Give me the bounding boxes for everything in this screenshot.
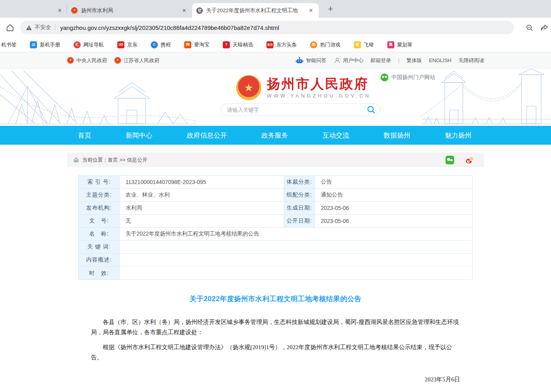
browser-tab-bar: ✕ 扬州市水利局 ✕ 关于2022年度扬州市水利工程文明工地 ✕ +	[0, 0, 551, 18]
bookmark-label: 网址导航	[83, 41, 104, 48]
user-icon	[334, 57, 341, 64]
meta-value-publisher: 水利局	[120, 202, 284, 215]
bookmark-favicon: C	[151, 41, 158, 48]
english-link[interactable]: ENGLISH	[429, 57, 451, 63]
browser-window: ✕ 扬州市水利局 ✕ 关于2022年度扬州市水利工程文明工地 ✕ + 不安全 y…	[0, 0, 551, 392]
link-jiangsu-government[interactable]: 江苏省人民政府	[114, 57, 159, 64]
address-bar: 不安全 yangzhou.gov.cn/yzszxxgk/slj/202305/…	[0, 18, 551, 37]
bookmark-label: 携程	[161, 41, 171, 48]
bookmark-item[interactable]: T 天猫精选	[223, 41, 253, 48]
bookmark-favicon: T	[223, 41, 230, 48]
close-icon[interactable]: ✕	[307, 7, 315, 15]
bookmark-item[interactable]: ▤ 新机手册	[30, 41, 60, 48]
bookmark-item[interactable]: 汇 网址导航	[74, 41, 104, 48]
meta-label: 关 键 词:	[79, 241, 120, 254]
bookmark-item[interactable]: 热 热门游戏	[310, 41, 340, 48]
link-central-government[interactable]: 中央人民政府	[67, 57, 107, 64]
gov-link-label: 中央人民政府	[76, 57, 107, 64]
robot-icon	[295, 56, 304, 65]
nav-item-data[interactable]: 数据扬州	[384, 131, 410, 140]
browser-tab-shuiliju[interactable]: 扬州市水利局 ✕	[67, 3, 192, 18]
meta-label: 主题分类:	[79, 189, 120, 202]
search-icon[interactable]	[366, 105, 376, 114]
bookmark-item[interactable]: 机书签	[1, 41, 17, 48]
smart-qa-label: 智能问答	[306, 57, 327, 64]
site-search	[220, 103, 380, 116]
url-divider	[55, 24, 55, 31]
wechat-share-icon[interactable]	[446, 156, 454, 164]
smart-qa-link[interactable]: 智能问答	[295, 56, 327, 65]
meta-label: 生成日期:	[284, 202, 315, 215]
accessibility-link[interactable]: 无障碍阅读	[459, 57, 484, 64]
bookmark-favicon: 聚	[387, 41, 394, 48]
bookmark-item[interactable]: C 携程	[151, 41, 171, 48]
security-label[interactable]: 不安全	[35, 24, 51, 31]
mail-login-link[interactable]: 邮箱登录	[371, 57, 391, 64]
site-name: 扬州市人民政府	[267, 77, 371, 91]
bookmark-favicon: 汇	[74, 41, 81, 48]
bookmark-item[interactable]: 聚 聚划算	[387, 41, 412, 48]
bookmark-item[interactable]: JD 京东	[117, 41, 137, 48]
url-field[interactable]: 不安全 yangzhou.gov.cn/yzszxxgk/slj/202305/…	[20, 21, 514, 34]
bookmark-label: 机书签	[1, 41, 17, 48]
tab-title: 扬州市水利局	[81, 7, 177, 14]
site-logo[interactable]: 扬州市人民政府 WWW.YANGZHOU.GOV.CN	[236, 75, 371, 100]
bookmark-favicon: 猪	[354, 41, 361, 48]
url-text[interactable]: yangzhou.gov.cn/yzszxxgk/slj/202305/210c…	[60, 24, 279, 31]
meta-value-created-date: 2023-05-06	[315, 202, 472, 215]
header-artwork-right	[421, 69, 551, 126]
meta-value-summary	[120, 254, 472, 267]
bookmark-favicon: 东方	[266, 41, 274, 48]
meta-label: 发布机构:	[79, 202, 120, 215]
home-icon[interactable]	[6, 23, 15, 32]
meta-value-keywords	[120, 241, 472, 254]
share-icon[interactable]	[540, 23, 549, 32]
search-input[interactable]	[227, 107, 366, 113]
nav-item-interaction[interactable]: 互动交流	[322, 131, 349, 140]
meta-value-validity	[120, 267, 472, 280]
breadcrumb-location[interactable]: 当前位置：首页 >> 信息公开	[82, 156, 147, 164]
header-artwork-left	[0, 71, 197, 126]
close-icon[interactable]: ✕	[180, 7, 188, 15]
bookmark-label: 东方头条	[276, 41, 297, 48]
article-body: 各县（市、区）水利（务）局，扬州经济开发区城乡事务管理局，生态科技新城规划建设局…	[78, 317, 473, 392]
weibo-share-icon[interactable]	[464, 155, 474, 165]
user-center-link[interactable]: 用户中心	[334, 57, 364, 64]
gov-emblem-icon	[67, 57, 74, 64]
bookmark-item[interactable]: 淘 爱淘宝	[184, 41, 209, 48]
article-date: 2023年5月6日	[91, 374, 460, 385]
meta-value-group: 通知公告	[315, 189, 472, 202]
meta-label: 内容概述:	[79, 254, 120, 267]
bookmark-favicon: 热	[310, 41, 317, 48]
nav-item-charm[interactable]: 魅力扬州	[445, 131, 471, 140]
meta-label: 时 效:	[79, 267, 120, 280]
bookmark-label: 京东	[127, 41, 137, 48]
nav-item-services[interactable]: 政务服务	[261, 131, 288, 140]
portal-link[interactable]: 中国扬州门户网站	[381, 74, 435, 81]
browser-tab-partial[interactable]: ✕	[0, 3, 66, 18]
site-url: WWW.YANGZHOU.GOV.CN	[267, 93, 371, 99]
gov-emblem-favicon	[71, 7, 78, 14]
bookmark-item[interactable]: 猪 飞猪	[354, 41, 374, 48]
meta-value-index-number: 11321000014407098E-2023-095	[120, 176, 284, 189]
gov-emblem-icon	[114, 57, 121, 64]
article-paragraph: 根据《扬州市水利工程文明工地建设管理办法》（扬水规[2019]1号），2022年…	[91, 342, 460, 363]
new-tab-button[interactable]: +	[325, 4, 336, 15]
bookmark-favicon: ▤	[30, 41, 37, 48]
not-secure-warning-icon[interactable]	[26, 24, 32, 31]
zoom-out-icon[interactable]	[525, 24, 534, 32]
user-center-label: 用户中心	[343, 57, 364, 64]
browser-tab-active[interactable]: 关于2022年度扬州市水利工程文明工地 ✕	[192, 3, 319, 18]
main-navigation: 首页 新闻中心 政府信息公开 政务服务 互动交流 数据扬州 魅力扬州	[0, 126, 551, 145]
meta-value-public-date: 2023-05-06	[315, 215, 472, 228]
bookmark-favicon: JD	[117, 41, 124, 48]
close-icon[interactable]: ✕	[56, 7, 64, 15]
traditional-chinese-link[interactable]: 繁体版	[407, 57, 422, 64]
nav-item-info-disclosure[interactable]: 政府信息公开	[187, 131, 227, 140]
bookmark-item[interactable]: 东方 东方头条	[266, 41, 297, 48]
tab-title: 关于2022年度扬州市水利工程文明工地	[206, 7, 304, 14]
meta-value-doc-number: 无	[120, 215, 284, 228]
article-title: 关于2022年度扬州市水利工程文明工地考核结果的公告	[78, 294, 473, 304]
nav-item-news[interactable]: 新闻中心	[126, 131, 152, 140]
nav-item-home[interactable]: 首页	[78, 131, 91, 140]
